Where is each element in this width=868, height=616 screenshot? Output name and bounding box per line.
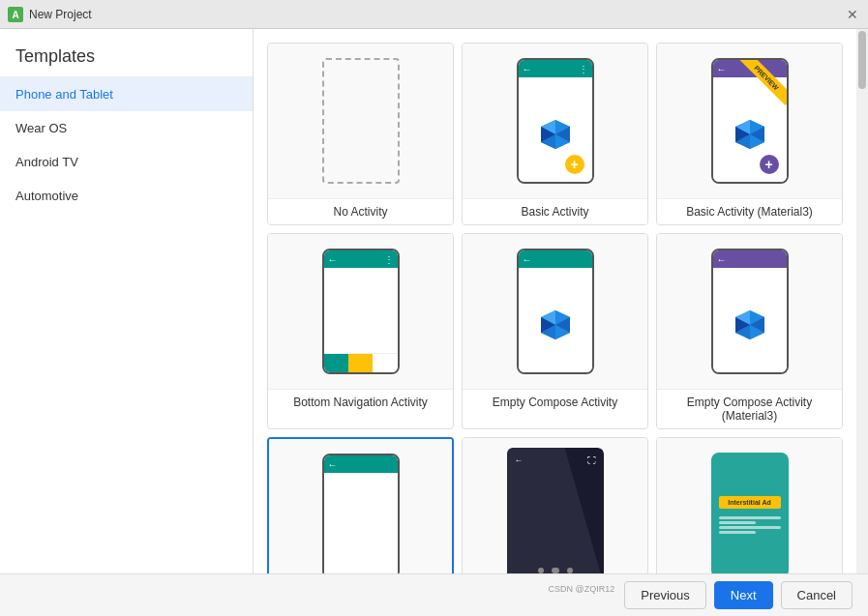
ad-line-1: [719, 516, 781, 519]
phone-topbar-bottom-nav: ← ⋮: [324, 250, 398, 268]
interstitial-ad-label: Interstitial Ad: [719, 496, 781, 509]
template-card-admob[interactable]: Interstitial Ad Google AdMob Ads Activit…: [656, 437, 843, 573]
ad-line-2: [719, 521, 756, 524]
phone-body-empty-compose: [519, 268, 592, 372]
templates-grid: No Activity ← ⋮: [263, 39, 847, 573]
watermark-text: CSDN @ZQIR12: [549, 584, 615, 594]
fullscreen-mockup: ← ⛶: [507, 448, 604, 573]
template-label-bottom-nav: Bottom Navigation Activity: [268, 389, 453, 415]
phone-body-empty-compose-m3: [713, 268, 787, 372]
main-content: Templates Phone and Tablet Wear OS Andro…: [0, 29, 868, 573]
template-label-basic-activity: Basic Activity: [463, 198, 647, 224]
fab-button-m3: +: [760, 155, 779, 174]
sidebar-item-phone-tablet[interactable]: Phone and Tablet: [0, 77, 253, 111]
nav-dots: [538, 568, 573, 573]
template-label-basic-activity-m3: Basic Activity (Material3): [657, 198, 842, 224]
basic-activity-m3-mockup: ←: [711, 58, 789, 184]
nav-dot-3: [567, 568, 573, 573]
empty-compose-m3-mockup: ←: [711, 249, 789, 374]
content-area: No Activity ← ⋮: [254, 29, 856, 573]
compose-icon: [536, 115, 575, 154]
compose-icon-m3-2: [731, 306, 769, 344]
compose-icon-2: [536, 306, 575, 344]
basic-activity-mockup: ← ⋮: [517, 58, 594, 184]
previous-button[interactable]: Previous: [624, 581, 706, 609]
cancel-button[interactable]: Cancel: [781, 581, 853, 609]
svg-text:A: A: [12, 10, 18, 20]
ad-line-3: [719, 526, 781, 529]
template-preview-empty-compose: ←: [463, 234, 647, 389]
material3-topbar-2: ←: [713, 250, 787, 268]
nav-dot-2: [552, 568, 559, 573]
window-title: New Project: [29, 8, 845, 21]
ad-content-lines: [719, 514, 781, 536]
next-button[interactable]: Next: [714, 581, 773, 609]
template-card-fullscreen[interactable]: ← ⛶ Fullscreen Activity: [462, 437, 648, 573]
phone-body-bottom-nav: [324, 268, 398, 353]
compose-icon-m3: [731, 115, 769, 154]
template-preview-empty-activity: ←: [269, 439, 452, 573]
template-preview-empty-compose-m3: ←: [657, 234, 842, 389]
sidebar-header: Templates: [0, 29, 253, 77]
scrollable-content: No Activity ← ⋮: [254, 29, 868, 573]
phone-topbar-empty-compose: ←: [519, 250, 592, 268]
nav-item-2: [348, 354, 373, 372]
footer: CSDN @ZQIR12 Previous Next Cancel: [0, 573, 868, 616]
template-card-bottom-nav[interactable]: ← ⋮ Bottom Navigation Activity: [267, 233, 454, 429]
phone-topbar: ← ⋮: [519, 60, 592, 77]
back-arrow-icon-4: ←: [328, 459, 338, 470]
template-card-no-activity[interactable]: No Activity: [267, 43, 454, 225]
nav-item-3: [373, 354, 397, 372]
fab-button: +: [565, 155, 584, 174]
template-preview-bottom-nav: ← ⋮: [268, 234, 453, 389]
template-label-no-activity: No Activity: [268, 198, 453, 224]
titlebar: A New Project ✕: [0, 0, 868, 29]
back-arrow-icon-2: ←: [328, 254, 338, 265]
menu-dots-icon-2: ⋮: [384, 254, 394, 265]
template-card-basic-activity-m3[interactable]: ←: [656, 43, 843, 225]
expand-icon: ⛶: [587, 455, 596, 465]
template-preview-no-activity: [268, 44, 453, 198]
back-arrow-icon-3: ←: [523, 254, 532, 265]
phone-body-empty-activity: [324, 473, 398, 573]
bottom-nav-bar: [324, 353, 398, 372]
empty-compose-mockup: ←: [517, 249, 594, 374]
template-preview-fullscreen: ← ⛶: [463, 438, 647, 573]
nav-item-1: [324, 354, 348, 372]
sidebar-item-wear-os[interactable]: Wear OS: [0, 111, 253, 145]
template-preview-basic-activity: ← ⋮: [463, 44, 647, 198]
template-card-empty-compose-m3[interactable]: ←: [656, 233, 843, 429]
nav-dot-1: [538, 568, 544, 573]
sidebar-item-automotive[interactable]: Automotive: [0, 179, 253, 213]
sidebar: Templates Phone and Tablet Wear OS Andro…: [0, 29, 254, 573]
sidebar-item-android-tv[interactable]: Android TV: [0, 145, 253, 179]
template-card-empty-activity[interactable]: ← Empty Activity: [267, 437, 454, 573]
no-activity-mockup: [322, 58, 400, 184]
corner-icon: ←: [515, 455, 524, 465]
scrollbar[interactable]: [856, 29, 868, 573]
template-label-empty-compose-m3: Empty Compose Activity (Material3): [657, 389, 842, 428]
diagonal-bg: [507, 448, 604, 573]
template-card-basic-activity[interactable]: ← ⋮: [462, 43, 648, 225]
back-arrow-icon: ←: [523, 64, 532, 74]
ad-line-4: [719, 531, 756, 534]
bottom-nav-mockup: ← ⋮: [322, 249, 400, 374]
template-card-empty-compose[interactable]: ←: [462, 233, 648, 429]
app-icon: A: [8, 7, 23, 22]
template-preview-admob: Interstitial Ad: [657, 438, 842, 573]
empty-activity-mockup: ←: [322, 454, 400, 573]
template-preview-basic-activity-m3: ←: [657, 44, 842, 198]
template-label-empty-compose: Empty Compose Activity: [463, 389, 647, 415]
admob-mockup: Interstitial Ad: [711, 453, 789, 573]
menu-dots-icon: ⋮: [579, 64, 588, 74]
close-button[interactable]: ✕: [845, 7, 860, 22]
phone-topbar-empty-activity: ←: [324, 455, 398, 473]
